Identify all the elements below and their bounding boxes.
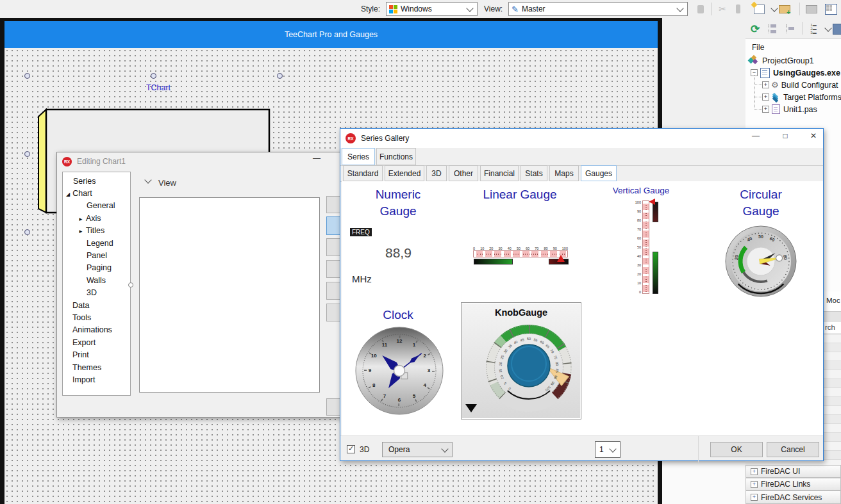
clock-title[interactable]: Clock	[360, 307, 437, 323]
knob-gauge-cell[interactable]: KnobGauge 051015202530354	[461, 302, 581, 419]
tab-functions[interactable]: Functions	[376, 148, 416, 165]
expand-expander-icon[interactable]: +	[751, 494, 758, 501]
subtab-3d[interactable]: 3D	[426, 165, 447, 181]
minimize-icon[interactable]: —	[745, 131, 766, 140]
cut-icon[interactable]: ✂	[715, 2, 729, 16]
palette-category-firedac-services[interactable]: + FireDAC Services	[745, 491, 841, 504]
nav-item-axis[interactable]: Axis	[63, 212, 130, 224]
sort-list-button[interactable]: 1▬2▬3▬	[806, 22, 821, 36]
nav-item-walls[interactable]: Walls	[63, 274, 130, 286]
nav-item-data[interactable]: Data	[63, 299, 130, 311]
nav-item-export[interactable]: Export	[63, 336, 130, 348]
expanded-icon[interactable]	[66, 189, 72, 198]
circular-gauge-title[interactable]: Circular Gauge	[722, 186, 799, 220]
selection-handle[interactable]	[151, 73, 156, 79]
refresh-button[interactable]: ⟳	[748, 22, 762, 36]
numbered-list-icon: 1▬2▬3▬	[810, 23, 816, 35]
selection-handle[interactable]	[24, 73, 30, 79]
minimize-icon[interactable]: —	[307, 154, 326, 163]
close-icon[interactable]: ✕	[803, 131, 824, 140]
chevron-down-icon[interactable]	[824, 24, 831, 31]
folder-icon	[806, 5, 817, 13]
maximize-icon[interactable]: □	[775, 131, 795, 140]
view-combobox[interactable]: ✎ Master	[508, 2, 688, 16]
splitter-handle[interactable]	[128, 282, 133, 288]
count-combobox[interactable]: 1	[595, 441, 620, 458]
palette-category-firedac-links[interactable]: + FireDAC Links	[745, 478, 841, 491]
form-titlebar[interactable]: TeeChart Pro and Gauges	[4, 21, 658, 48]
gallery-tabs: Series Functions	[340, 148, 823, 166]
collapsed-icon[interactable]	[78, 214, 86, 223]
view-section-header[interactable]: View	[158, 178, 176, 188]
palette-category-label: FireDAC UI	[761, 467, 800, 476]
linear-gauge-title[interactable]: Linear Gauge	[481, 186, 558, 203]
circular-gauge[interactable]: 2040506080	[724, 224, 798, 298]
tree-node-projectgroup[interactable]: ProjectGroup1	[748, 54, 814, 67]
ok-button[interactable]: OK	[710, 442, 763, 457]
tree-node-build-config[interactable]: + ⚙ Build Configurat	[762, 79, 838, 91]
subtab-extended[interactable]: Extended	[385, 165, 424, 181]
subtab-gauges[interactable]: Gauges	[581, 165, 617, 181]
selection-handle[interactable]	[277, 73, 283, 79]
expand-expander-icon[interactable]: +	[751, 481, 758, 488]
subtab-maps[interactable]: Maps	[549, 165, 579, 181]
new-form-icon	[754, 4, 765, 14]
linear-gauge[interactable]: 0102030405060708090100	[473, 247, 569, 266]
nav-item-paging[interactable]: Paging	[63, 262, 130, 274]
svg-text:6: 6	[398, 397, 401, 403]
3d-checkbox[interactable]	[347, 445, 355, 453]
copy-icon[interactable]	[731, 2, 745, 16]
chevron-down-icon[interactable]	[144, 176, 151, 183]
nav-item-panel[interactable]: Panel	[63, 249, 130, 261]
nav-item-titles[interactable]: Titles	[63, 225, 130, 237]
selection-handle[interactable]	[24, 151, 30, 157]
tab-series[interactable]: Series	[342, 148, 375, 165]
collapse-nodes-button[interactable]	[766, 22, 780, 36]
view-units-button[interactable]	[824, 3, 838, 15]
paste-icon[interactable]	[694, 2, 708, 16]
linear-gauge-pointer	[557, 255, 565, 262]
expand-nodes-button[interactable]	[784, 22, 798, 36]
vertical-gauge-title[interactable]: Vertical Gauge	[599, 185, 683, 197]
selection-handle[interactable]	[24, 229, 30, 235]
file-column-header[interactable]: File	[752, 43, 764, 52]
expand-expander-icon[interactable]: +	[762, 93, 769, 101]
subtab-other[interactable]: Other	[449, 165, 478, 181]
add-to-project-button[interactable]: +	[778, 3, 792, 15]
palette-tab-partial[interactable]: Moc	[826, 297, 840, 304]
expand-expander-icon[interactable]: +	[762, 106, 769, 113]
palette-category-firedac-ui[interactable]: + FireDAC UI	[745, 465, 841, 478]
style-combobox[interactable]: Windows	[386, 2, 478, 16]
clock-gauge[interactable]: 123456789101112	[354, 326, 444, 416]
nav-item-print[interactable]: Print	[63, 348, 130, 361]
nav-item-general[interactable]: General	[63, 200, 130, 212]
chevron-down-icon[interactable]	[770, 4, 778, 12]
nav-item-chart[interactable]: Chart	[63, 187, 130, 199]
nav-item-series[interactable]: Series	[63, 175, 130, 187]
subtab-financial[interactable]: Financial	[480, 165, 519, 181]
vertical-gauge[interactable]: 1009080706050403020100	[631, 200, 657, 295]
expand-expander-icon[interactable]: +	[751, 468, 758, 475]
tree-node-target-platforms[interactable]: + Target Platforms	[762, 91, 841, 103]
nav-item-legend[interactable]: Legend	[63, 237, 130, 249]
tree-node-unit1[interactable]: + Unit1.pas	[762, 103, 817, 115]
partial-toolbar-icon[interactable]	[833, 22, 841, 36]
chart-editor-titlebar[interactable]: RX Editing Chart1 —	[57, 152, 340, 170]
folder-add-icon: +	[779, 5, 790, 13]
nav-item-animations[interactable]: Animations	[63, 324, 130, 336]
subtab-stats[interactable]: Stats	[520, 165, 547, 181]
gallery-titlebar[interactable]: RX Series Gallery — □ ✕	[340, 129, 823, 148]
nav-item-themes[interactable]: Themes	[63, 361, 130, 373]
open-folder-button[interactable]	[804, 3, 819, 15]
tree-node-project[interactable]: − UsingGauges.exe	[751, 67, 840, 79]
numeric-gauge-title[interactable]: Numeric Gauge	[360, 186, 437, 220]
collapsed-icon[interactable]	[78, 226, 86, 235]
cancel-button[interactable]: Cancel	[767, 442, 819, 457]
nav-item-import[interactable]: Import	[63, 373, 130, 386]
new-item-button[interactable]	[752, 3, 766, 15]
nav-item-tools[interactable]: Tools	[63, 311, 130, 323]
nav-item-3d[interactable]: 3D	[63, 287, 130, 299]
theme-combobox[interactable]: Opera	[382, 442, 453, 457]
subtab-standard[interactable]: Standard	[343, 165, 383, 181]
expand-expander-icon[interactable]: +	[762, 81, 769, 88]
